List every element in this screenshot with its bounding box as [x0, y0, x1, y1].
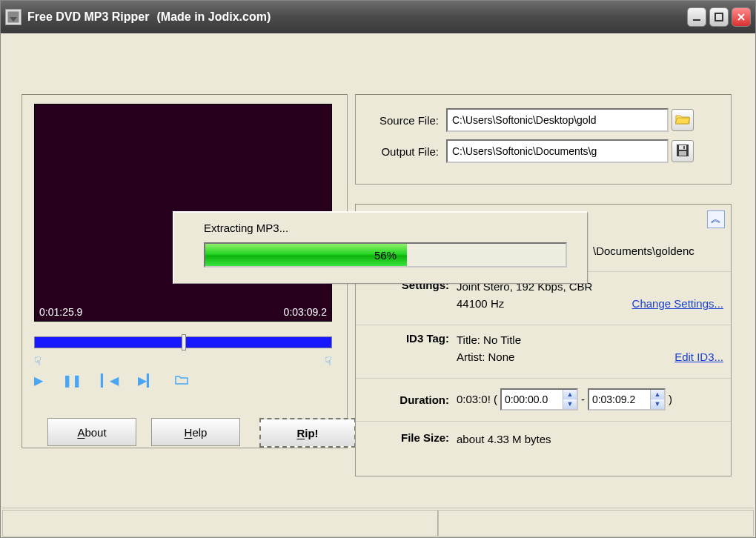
next-icon[interactable]: ▶▎	[138, 373, 156, 388]
duration-to-spinner[interactable]: ▲▼	[588, 388, 666, 411]
progress-percent-text: 56%	[205, 249, 566, 262]
svg-rect-9	[683, 146, 685, 149]
duration-to-input[interactable]	[589, 392, 650, 407]
status-cell-1	[2, 510, 438, 537]
spin-down-icon[interactable]: ▼	[651, 399, 664, 409]
collapse-panel-button[interactable]: ︽	[707, 210, 725, 228]
source-file-input[interactable]	[446, 108, 669, 132]
window-title: Free DVD MP3 Ripper	[27, 10, 149, 24]
time-total: 0:03:09.2	[284, 306, 327, 318]
open-folder-icon[interactable]	[175, 374, 188, 388]
output-path-tail: \Documents\goldenc	[593, 245, 694, 257]
seek-thumb[interactable]	[182, 334, 186, 351]
close-button[interactable]	[732, 7, 751, 27]
progress-bar: 56%	[204, 242, 567, 268]
progress-dialog: Extracting MP3... 56%	[173, 211, 588, 284]
app-icon	[5, 9, 21, 25]
settings-value-line2: 44100 Hz	[457, 296, 504, 313]
status-bar	[2, 508, 754, 537]
id3-artist-value: Artist: None	[457, 349, 514, 366]
filesize-label: File Size:	[377, 431, 457, 448]
minimize-button[interactable]	[687, 7, 706, 27]
app-window: Free DVD MP3 Ripper (Made in Jodix.com) …	[0, 0, 756, 538]
mark-out-icon[interactable]: ☟	[325, 354, 332, 368]
svg-rect-3	[715, 13, 723, 21]
folder-open-icon	[675, 113, 690, 127]
help-button[interactable]: Help	[151, 418, 240, 446]
seek-track[interactable]	[34, 336, 332, 348]
output-file-label: Output File:	[363, 145, 446, 158]
play-icon[interactable]: ▶	[34, 373, 43, 388]
prev-icon[interactable]: ▎◀	[101, 373, 119, 388]
status-cell-2	[438, 510, 754, 537]
progress-label: Extracting MP3...	[204, 222, 288, 234]
about-button[interactable]: About	[47, 418, 136, 446]
output-file-input[interactable]	[446, 139, 669, 163]
duration-from-spinner[interactable]: ▲▼	[500, 388, 578, 411]
spin-up-icon[interactable]: ▲	[651, 390, 664, 399]
window-subtitle: (Made in Jodix.com)	[156, 10, 271, 24]
duration-from-input[interactable]	[502, 392, 563, 407]
svg-rect-2	[693, 19, 700, 21]
edit-id3-link[interactable]: Edit ID3...	[674, 349, 723, 366]
id3-title-value: Title: No Title	[457, 332, 723, 349]
rip-button[interactable]: Rip!	[259, 418, 356, 448]
spin-up-icon[interactable]: ▲	[563, 390, 577, 399]
time-elapsed: 0:01:25.9	[39, 306, 82, 318]
mark-in-icon[interactable]: ☟	[34, 354, 42, 368]
change-settings-link[interactable]: Change Settings...	[632, 296, 723, 313]
filesize-value: about 4.33 M bytes	[457, 431, 723, 448]
id3-label: ID3 Tag:	[377, 332, 457, 365]
save-icon	[676, 144, 689, 159]
maximize-button[interactable]	[709, 7, 729, 27]
save-output-button[interactable]	[672, 140, 694, 162]
svg-rect-8	[679, 151, 686, 156]
chevron-up-double-icon: ︽	[711, 213, 721, 226]
spin-down-icon[interactable]: ▼	[563, 399, 577, 409]
duration-total: 0:03:0!	[457, 391, 491, 408]
duration-label: Duration:	[377, 393, 457, 406]
pause-icon[interactable]: ❚❚	[62, 373, 82, 388]
client-area: 0:01:25.9 0:03:09.2 ☟ ☟ ▶ ❚❚ ▎◀ ▶▎ About	[1, 33, 755, 537]
svg-rect-7	[679, 145, 686, 150]
source-file-label: Source File:	[363, 114, 446, 127]
titlebar: Free DVD MP3 Ripper (Made in Jodix.com)	[1, 1, 755, 33]
browse-source-button[interactable]	[672, 109, 694, 131]
file-panel: Source File: Output File:	[355, 94, 732, 185]
